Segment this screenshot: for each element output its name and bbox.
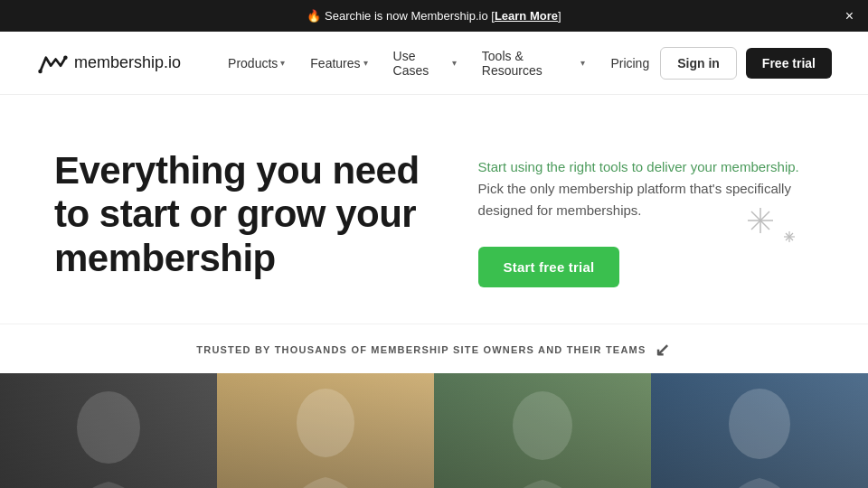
hero-right: Start using the right tools to deliver y… [478,149,814,287]
sparkle-small-decoration [783,230,796,245]
testimonial-card-3[interactable]: Danielle LAPORTE Danielle is an author, … [434,373,651,488]
svg-point-1 [63,55,68,59]
nav-item-use-cases[interactable]: Use Cases ▾ [382,42,467,85]
testimonial-card-4[interactable]: Dan Martell is a best-selling author and [651,373,868,488]
banner-close-button[interactable]: × [845,9,854,23]
svg-point-0 [38,69,42,73]
hero-title: Everything you need to start or grow you… [54,149,424,280]
svg-point-13 [729,389,790,459]
sparkle-decoration [743,203,778,242]
signin-button[interactable]: Sign in [660,47,737,80]
trusted-text: TRUSTED BY THOUSANDS OF MEMBERSHIP SITE … [196,344,646,355]
testimonial-card-1[interactable]: InstaClub hub ▶ Chalene & Brock Johnson … [0,373,217,488]
person-silhouette-3 [461,373,624,488]
banner-link[interactable]: Learn More [495,9,558,23]
svg-point-11 [297,389,354,457]
nav-item-tools[interactable]: Tools & Resources ▾ [471,42,597,85]
trusted-bar: TRUSTED BY THOUSANDS OF MEMBERSHIP SITE … [0,324,868,373]
nav-item-pricing[interactable]: Pricing [599,49,660,78]
nav-item-products[interactable]: Products ▾ [217,49,296,78]
logo-text: membership.io [74,53,181,72]
svg-point-10 [77,391,140,464]
testimonial-card-2[interactable]: Digital Course Academy Amy Porterfield h… [217,373,434,488]
free-trial-button[interactable]: Free trial [746,48,832,79]
arrow-icon: ↙ [655,339,671,361]
person-silhouette-4 [678,373,841,488]
banner-text: 🔥 Searchie is now Membership.io [Learn M… [307,9,561,23]
testimonials-section: InstaClub hub ▶ Chalene & Brock Johnson … [0,373,868,488]
nav-item-features[interactable]: Features ▾ [299,49,378,78]
hero-left: Everything you need to start or grow you… [54,149,424,280]
main-nav: membership.io Products ▾ Features ▾ Use … [0,32,868,95]
logo[interactable]: membership.io [36,51,181,76]
hero-section: Everything you need to start or grow you… [0,95,868,324]
person-silhouette-1 [27,373,190,488]
nav-actions: Sign in Free trial [660,47,832,80]
chevron-down-icon: ▾ [580,58,585,68]
chevron-down-icon: ▾ [280,58,285,68]
start-free-trial-button[interactable]: Start free trial [478,247,620,287]
logo-icon [36,51,69,76]
nav-links: Products ▾ Features ▾ Use Cases ▾ Tools … [217,42,660,85]
chevron-down-icon: ▾ [363,58,368,68]
svg-point-12 [513,391,572,460]
chevron-down-icon: ▾ [452,58,457,68]
announcement-banner: 🔥 Searchie is now Membership.io [Learn M… [0,0,868,32]
person-silhouette-2 [244,373,407,488]
